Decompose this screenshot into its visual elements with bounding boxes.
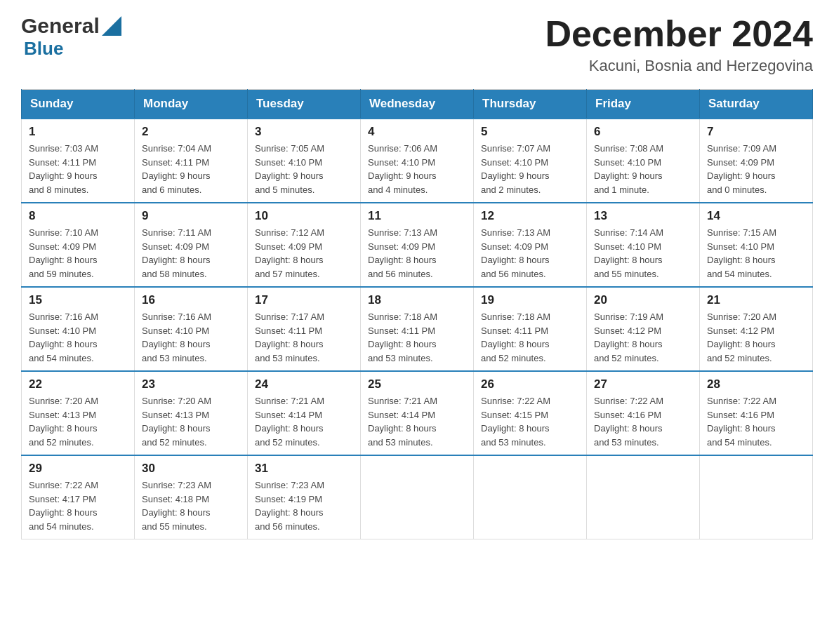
day-cell-29: 29Sunrise: 7:22 AM Sunset: 4:17 PM Dayli… [22,455,135,539]
day-info: Sunrise: 7:11 AM Sunset: 4:09 PM Dayligh… [142,226,240,281]
day-number: 11 [368,209,466,223]
day-cell-16: 16Sunrise: 7:16 AM Sunset: 4:10 PM Dayli… [135,287,248,371]
day-number: 30 [142,462,240,476]
week-row-5: 29Sunrise: 7:22 AM Sunset: 4:17 PM Dayli… [22,455,813,539]
day-info: Sunrise: 7:12 AM Sunset: 4:09 PM Dayligh… [255,226,353,281]
day-cell-31: 31Sunrise: 7:23 AM Sunset: 4:19 PM Dayli… [248,455,361,539]
day-info: Sunrise: 7:03 AM Sunset: 4:11 PM Dayligh… [29,142,127,196]
day-cell-1: 1Sunrise: 7:03 AM Sunset: 4:11 PM Daylig… [22,119,135,203]
day-cell-5: 5Sunrise: 7:07 AM Sunset: 4:10 PM Daylig… [474,119,587,203]
day-cell-12: 12Sunrise: 7:13 AM Sunset: 4:09 PM Dayli… [474,203,587,287]
title-section: December 2024 Kacuni, Bosnia and Herzego… [545,14,813,75]
day-info: Sunrise: 7:22 AM Sunset: 4:15 PM Dayligh… [481,394,579,449]
svg-marker-0 [102,16,121,36]
header-sunday: Sunday [22,90,135,119]
day-info: Sunrise: 7:19 AM Sunset: 4:12 PM Dayligh… [594,310,692,365]
day-number: 15 [29,293,127,307]
day-cell-13: 13Sunrise: 7:14 AM Sunset: 4:10 PM Dayli… [587,203,700,287]
day-cell-6: 6Sunrise: 7:08 AM Sunset: 4:10 PM Daylig… [587,119,700,203]
day-info: Sunrise: 7:15 AM Sunset: 4:10 PM Dayligh… [707,226,805,281]
calendar-header-row: SundayMondayTuesdayWednesdayThursdayFrid… [22,90,813,119]
day-info: Sunrise: 7:22 AM Sunset: 4:16 PM Dayligh… [707,394,805,449]
day-number: 8 [29,209,127,223]
day-cell-30: 30Sunrise: 7:23 AM Sunset: 4:18 PM Dayli… [135,455,248,539]
day-info: Sunrise: 7:05 AM Sunset: 4:10 PM Dayligh… [255,142,353,196]
day-number: 9 [142,209,240,223]
day-cell-7: 7Sunrise: 7:09 AM Sunset: 4:09 PM Daylig… [700,119,813,203]
day-info: Sunrise: 7:06 AM Sunset: 4:10 PM Dayligh… [368,142,466,196]
header-monday: Monday [135,90,248,119]
day-info: Sunrise: 7:23 AM Sunset: 4:19 PM Dayligh… [255,478,353,533]
header-thursday: Thursday [474,90,587,119]
calendar-table: SundayMondayTuesdayWednesdayThursdayFrid… [21,89,813,539]
day-cell-27: 27Sunrise: 7:22 AM Sunset: 4:16 PM Dayli… [587,371,700,455]
day-cell-17: 17Sunrise: 7:17 AM Sunset: 4:11 PM Dayli… [248,287,361,371]
day-number: 5 [481,125,579,139]
day-number: 14 [707,209,805,223]
day-info: Sunrise: 7:13 AM Sunset: 4:09 PM Dayligh… [368,226,466,281]
day-number: 16 [142,293,240,307]
day-info: Sunrise: 7:22 AM Sunset: 4:16 PM Dayligh… [594,394,692,449]
day-cell-2: 2Sunrise: 7:04 AM Sunset: 4:11 PM Daylig… [135,119,248,203]
day-info: Sunrise: 7:10 AM Sunset: 4:09 PM Dayligh… [29,226,127,281]
logo-general-text: General [21,14,100,38]
day-number: 21 [707,293,805,307]
day-number: 17 [255,293,353,307]
day-number: 22 [29,377,127,391]
day-info: Sunrise: 7:21 AM Sunset: 4:14 PM Dayligh… [255,394,353,449]
day-info: Sunrise: 7:20 AM Sunset: 4:12 PM Dayligh… [707,310,805,365]
day-cell-9: 9Sunrise: 7:11 AM Sunset: 4:09 PM Daylig… [135,203,248,287]
day-number: 12 [481,209,579,223]
day-number: 3 [255,125,353,139]
day-info: Sunrise: 7:16 AM Sunset: 4:10 PM Dayligh… [29,310,127,365]
day-number: 23 [142,377,240,391]
day-number: 7 [707,125,805,139]
day-info: Sunrise: 7:23 AM Sunset: 4:18 PM Dayligh… [142,478,240,533]
day-number: 26 [481,377,579,391]
week-row-3: 15Sunrise: 7:16 AM Sunset: 4:10 PM Dayli… [22,287,813,371]
day-cell-4: 4Sunrise: 7:06 AM Sunset: 4:10 PM Daylig… [361,119,474,203]
day-cell-21: 21Sunrise: 7:20 AM Sunset: 4:12 PM Dayli… [700,287,813,371]
day-cell-23: 23Sunrise: 7:20 AM Sunset: 4:13 PM Dayli… [135,371,248,455]
day-info: Sunrise: 7:08 AM Sunset: 4:10 PM Dayligh… [594,142,692,196]
logo-blue-text: Blue [24,38,121,60]
day-info: Sunrise: 7:14 AM Sunset: 4:10 PM Dayligh… [594,226,692,281]
location-text: Kacuni, Bosnia and Herzegovina [545,57,813,75]
day-number: 28 [707,377,805,391]
day-info: Sunrise: 7:18 AM Sunset: 4:11 PM Dayligh… [481,310,579,365]
day-cell-26: 26Sunrise: 7:22 AM Sunset: 4:15 PM Dayli… [474,371,587,455]
header-friday: Friday [587,90,700,119]
week-row-2: 8Sunrise: 7:10 AM Sunset: 4:09 PM Daylig… [22,203,813,287]
day-cell-3: 3Sunrise: 7:05 AM Sunset: 4:10 PM Daylig… [248,119,361,203]
day-cell-18: 18Sunrise: 7:18 AM Sunset: 4:11 PM Dayli… [361,287,474,371]
day-info: Sunrise: 7:13 AM Sunset: 4:09 PM Dayligh… [481,226,579,281]
day-info: Sunrise: 7:22 AM Sunset: 4:17 PM Dayligh… [29,478,127,533]
day-number: 20 [594,293,692,307]
header-saturday: Saturday [700,90,813,119]
day-cell-8: 8Sunrise: 7:10 AM Sunset: 4:09 PM Daylig… [22,203,135,287]
logo-icon [102,16,121,36]
day-info: Sunrise: 7:09 AM Sunset: 4:09 PM Dayligh… [707,142,805,196]
day-cell-empty [474,455,587,539]
week-row-1: 1Sunrise: 7:03 AM Sunset: 4:11 PM Daylig… [22,119,813,203]
day-number: 24 [255,377,353,391]
day-cell-19: 19Sunrise: 7:18 AM Sunset: 4:11 PM Dayli… [474,287,587,371]
page-header: General Blue December 2024 Kacuni, Bosni… [21,14,813,75]
day-cell-10: 10Sunrise: 7:12 AM Sunset: 4:09 PM Dayli… [248,203,361,287]
day-info: Sunrise: 7:20 AM Sunset: 4:13 PM Dayligh… [29,394,127,449]
day-cell-empty [361,455,474,539]
day-cell-empty [587,455,700,539]
day-cell-28: 28Sunrise: 7:22 AM Sunset: 4:16 PM Dayli… [700,371,813,455]
day-cell-22: 22Sunrise: 7:20 AM Sunset: 4:13 PM Dayli… [22,371,135,455]
day-info: Sunrise: 7:21 AM Sunset: 4:14 PM Dayligh… [368,394,466,449]
day-number: 1 [29,125,127,139]
day-number: 10 [255,209,353,223]
header-wednesday: Wednesday [361,90,474,119]
day-number: 25 [368,377,466,391]
day-info: Sunrise: 7:20 AM Sunset: 4:13 PM Dayligh… [142,394,240,449]
day-number: 29 [29,462,127,476]
day-cell-14: 14Sunrise: 7:15 AM Sunset: 4:10 PM Dayli… [700,203,813,287]
header-tuesday: Tuesday [248,90,361,119]
day-info: Sunrise: 7:04 AM Sunset: 4:11 PM Dayligh… [142,142,240,196]
day-number: 19 [481,293,579,307]
